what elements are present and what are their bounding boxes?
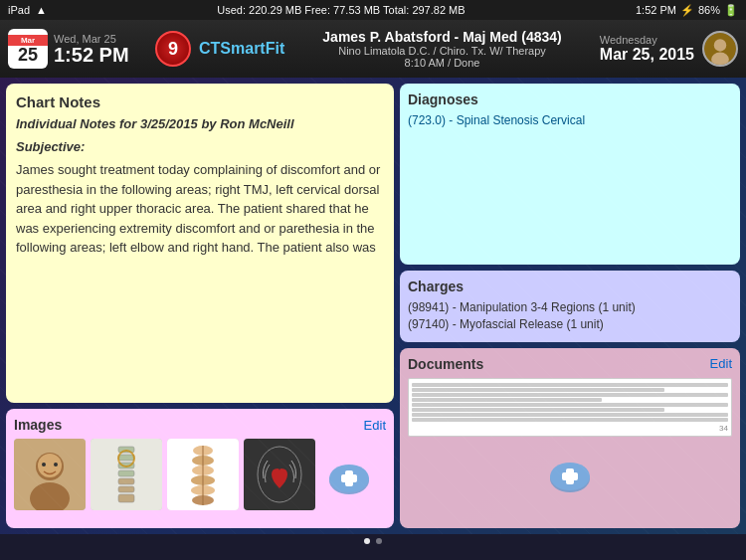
status-right: 1:52 PM ⚡ 86% 🔋: [636, 4, 738, 17]
patient-name: James P. Abatsford - Maj Med (4834): [322, 29, 561, 45]
status-memory: Used: 220.29 MB Free: 77.53 MB Total: 29…: [217, 4, 465, 16]
svg-point-8: [54, 463, 58, 467]
header-left: Mar 25 Wed, Mar 25 1:52 PM: [8, 29, 147, 69]
battery-icon: 🔋: [724, 4, 738, 17]
images-edit-button[interactable]: Edit: [364, 418, 386, 433]
status-left: iPad ▲: [8, 4, 47, 16]
charges-header: Charges: [408, 279, 732, 294]
documents-header: Documents Edit: [408, 356, 732, 372]
diagnoses-title: Diagnoses: [408, 92, 478, 107]
note-date-author: Individual Notes for 3/25/2015 by Ron Mc…: [16, 116, 384, 131]
charges-panel: Charges (98941) - Manipulation 3-4 Regio…: [400, 271, 740, 342]
wifi-icon: ▲: [36, 4, 47, 16]
patient-info: James P. Abatsford - Maj Med (4834) Nino…: [292, 29, 592, 69]
images-title: Images: [14, 417, 62, 433]
charge-item-0: (98941) - Manipulation 3-4 Regions (1 un…: [408, 300, 732, 314]
charges-title: Charges: [408, 279, 464, 294]
logo-text: 9: [168, 39, 178, 60]
images-panel: Images Edit: [6, 409, 394, 528]
images-header: Images Edit: [14, 417, 386, 433]
left-column: Chart Notes Individual Notes for 3/25/20…: [6, 84, 394, 528]
charges-list: (98941) - Manipulation 3-4 Regions (1 un…: [408, 300, 732, 331]
svg-rect-35: [562, 472, 578, 480]
app-name: CTSmartFit: [199, 40, 284, 58]
image-thumb-spine[interactable]: [91, 439, 162, 510]
patient-appt: 8:10 AM / Done: [405, 57, 480, 69]
svg-rect-16: [118, 494, 134, 502]
note-body: James sought treatment today complaining…: [16, 160, 384, 258]
header-center: 9 CTSmartFit James P. Abatsford - Maj Me…: [155, 29, 592, 69]
app-logo[interactable]: 9: [155, 31, 191, 67]
page-dot-0[interactable]: [364, 538, 370, 544]
status-time: 1:52 PM: [636, 4, 676, 16]
page-dot-1[interactable]: [376, 538, 382, 544]
image-thumb-xray[interactable]: [244, 439, 315, 510]
cal-month: Mar: [8, 35, 48, 46]
right-column: Diagnoses (723.0) - Spinal Stenosis Cerv…: [400, 84, 740, 528]
header-weekday: Wednesday: [600, 34, 694, 46]
svg-point-1: [714, 39, 726, 51]
note-subjective-label: Subjective:: [16, 139, 384, 154]
battery-label: 86%: [698, 4, 720, 16]
doc-page-number: 34: [412, 424, 728, 433]
diagnoses-header: Diagnoses: [408, 92, 732, 107]
documents-panel: Documents Edit 34: [400, 348, 740, 529]
cal-day: 25: [18, 46, 38, 64]
patient-sub: Nino Limatola D.C. / Chiro. Tx. W/ Thera…: [338, 45, 546, 57]
status-bar: iPad ▲ Used: 220.29 MB Free: 77.53 MB To…: [0, 0, 746, 20]
svg-rect-14: [118, 478, 134, 484]
svg-rect-11: [118, 455, 134, 461]
add-image-button[interactable]: [320, 446, 378, 503]
svg-rect-31: [341, 474, 357, 482]
bluetooth-icon: ⚡: [680, 4, 694, 17]
images-row: [14, 439, 386, 510]
diagnoses-list: (723.0) - Spinal Stenosis Cervical: [408, 113, 732, 127]
main-content: Chart Notes Individual Notes for 3/25/20…: [0, 78, 746, 534]
diagnoses-panel: Diagnoses (723.0) - Spinal Stenosis Cerv…: [400, 84, 740, 265]
charge-item-1: (97140) - Myofascial Release (1 unit): [408, 317, 732, 331]
header-date: Mar 25, 2015: [600, 46, 694, 64]
page-dots: [0, 534, 746, 548]
chart-notes-panel[interactable]: Chart Notes Individual Notes for 3/25/20…: [6, 84, 394, 403]
avatar: [702, 31, 738, 67]
documents-title: Documents: [408, 356, 483, 372]
time-display: 1:52 PM: [54, 45, 129, 65]
image-thumb-spine3d[interactable]: [167, 439, 239, 510]
calendar-icon: Mar 25: [8, 29, 48, 69]
documents-edit-button[interactable]: Edit: [710, 356, 732, 371]
diagnosis-item-0: (723.0) - Spinal Stenosis Cervical: [408, 113, 732, 127]
header: Mar 25 Wed, Mar 25 1:52 PM 9 CTSmartFit …: [0, 20, 746, 78]
date-time: Wed, Mar 25 1:52 PM: [54, 33, 129, 65]
add-document-button[interactable]: [544, 447, 596, 498]
chart-notes-title: Chart Notes: [16, 93, 100, 110]
device-label: iPad: [8, 4, 30, 16]
header-right: Wednesday Mar 25, 2015: [600, 31, 738, 67]
svg-rect-13: [118, 470, 134, 476]
chart-notes-header: Chart Notes: [16, 93, 384, 110]
doc-thumb-area: 34: [408, 378, 732, 498]
svg-point-7: [42, 463, 46, 467]
doc-page-preview[interactable]: 34: [408, 378, 732, 437]
image-thumb-face[interactable]: [14, 439, 86, 510]
svg-rect-15: [118, 486, 134, 492]
